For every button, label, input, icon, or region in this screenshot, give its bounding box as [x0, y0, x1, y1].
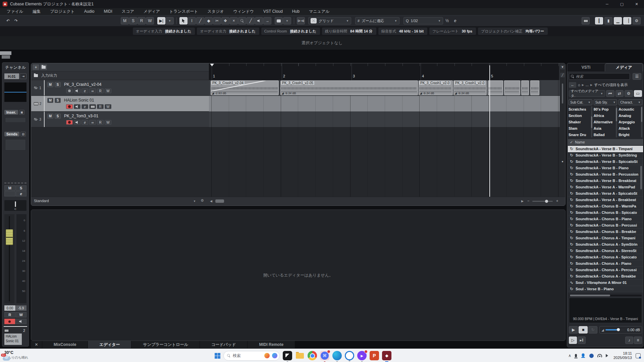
taskbar-file-explorer[interactable] [295, 351, 305, 360]
project-cursor-line[interactable] [489, 65, 490, 197]
zone-setup-gear-icon[interactable]: ⚙ [633, 17, 641, 24]
menu-item[interactable]: ウィンドウ [229, 8, 259, 15]
ruler-options-icon[interactable]: ▼ [560, 65, 565, 69]
maximize-button[interactable]: ▢ [614, 0, 629, 8]
media-list-item[interactable]: SoundtrackA - Chorus B - Piano [568, 216, 643, 222]
filter-item[interactable]: Arpeggio [619, 119, 640, 125]
track-name[interactable]: HALion Sonic 01 [64, 98, 94, 103]
quantize-dropdown[interactable]: Q 1/32 ▼ [404, 17, 443, 24]
track-read-button[interactable]: R [97, 120, 104, 125]
line-tool-icon[interactable]: ╱ [247, 17, 255, 24]
menu-item[interactable]: トランスポート [165, 8, 203, 15]
lower-zone-toggle-icon[interactable]: ▁ [614, 17, 622, 24]
track-stereo-icon[interactable]: ∞ [89, 120, 96, 125]
undo-icon[interactable]: ↶ [4, 17, 12, 24]
weather-widget[interactable]: 9+ 30°C くもりのち晴れ [2, 350, 28, 360]
event-volume[interactable]: ◢ -2.93 dB [212, 92, 226, 95]
draw-tool-icon[interactable]: ╱ [196, 17, 204, 24]
substyle-dropdown[interactable]: Sub Sty.▼ [594, 99, 618, 105]
track-edit-button[interactable]: e [82, 120, 88, 125]
track-header-1[interactable]: 1 M S PK_3_Crash1_v2-04 e ∞ R W [31, 80, 209, 96]
filter-scrollbar[interactable] [641, 106, 642, 137]
zoom-dot-icon[interactable]: ● [560, 159, 565, 164]
people-icon[interactable]: 👤 [581, 353, 586, 358]
media-search-box[interactable] [569, 73, 630, 80]
track-header-3[interactable]: 3 M S PK_2_Tom3_v3-01 e ∞ R W [31, 112, 209, 127]
scroll-right-icon[interactable]: ▶ [521, 199, 524, 203]
media-list-item[interactable]: SoundtrackA - Chorus A - StereoSt [568, 248, 643, 254]
reset-filters-icon[interactable]: ⏮ [606, 90, 614, 97]
channel-output-icon[interactable]: ⇥ [20, 73, 26, 79]
search-input[interactable] [576, 74, 623, 78]
track-record-button[interactable] [66, 88, 73, 93]
track-settings-gear-icon[interactable]: ⚙ [201, 198, 204, 203]
audio-event-small[interactable] [504, 80, 520, 95]
track-solo-button[interactable]: S [55, 98, 61, 103]
preview-volume-slider[interactable] [605, 329, 625, 330]
breadcrumb-ellipsis[interactable]: ... [586, 83, 589, 87]
filter-item[interactable]: Section [569, 113, 590, 119]
channel-name-badge[interactable]: H.01 [4, 73, 19, 79]
track-write-button[interactable]: W [105, 120, 111, 125]
inserts-bypass-icon[interactable]: ▣ [19, 110, 24, 115]
media-list-item[interactable]: SoundtrackA - Verse B - Piano [568, 165, 643, 171]
sends-section[interactable]: Sends ▤ [4, 132, 26, 136]
menu-item[interactable]: スコア [117, 8, 139, 15]
align-beats-icon[interactable]: ▸‖ [578, 337, 586, 344]
menu-item[interactable]: マニュアル [304, 8, 334, 15]
media-list-item[interactable]: SoundtrackA - Verse B - SpiccatoSt [568, 159, 643, 165]
grid-type-dropdown[interactable]: # ズームに適応 ▼ [355, 17, 399, 24]
media-list-item[interactable]: SoundtrackA - Chorus A - Breakbe [568, 273, 643, 280]
use-track-preset-button[interactable] [40, 64, 47, 70]
track-stereo-icon[interactable]: ∞ [89, 88, 96, 93]
subcategory-dropdown[interactable]: Sub Cat.▼ [569, 99, 592, 105]
taskbar-app-purple[interactable]: ▶ [357, 351, 367, 360]
fader-handle[interactable] [6, 229, 13, 245]
start-button[interactable] [215, 353, 220, 359]
zoom-tool-icon[interactable] [238, 17, 246, 24]
snap-type-dropdown[interactable]: ⤫ グリッド ▼ [308, 17, 351, 24]
scroll-left-icon[interactable]: ◀ [210, 199, 212, 203]
channel-read-button[interactable]: R [4, 312, 15, 317]
inserts-section[interactable]: Inser. ▣ [4, 110, 24, 115]
channel-monitor-button[interactable] [15, 319, 27, 324]
media-list-item[interactable]: SoundtrackA - Chorus A - Timpani [568, 235, 643, 241]
media-list-item[interactable]: SoundtrackA - Verse A - SpiccatoSt [568, 190, 643, 197]
track-header-2-selected[interactable]: 2 M S HALion Sonic 01 e R W [31, 96, 209, 112]
solo-all-button[interactable]: S [129, 17, 137, 24]
autoscroll-dropdown-icon[interactable]: ▼ [166, 17, 174, 24]
filter-item[interactable]: Scratches [569, 106, 590, 113]
track-name[interactable]: PK_2_Tom3_v3-01 [64, 114, 98, 118]
pan-control[interactable]: C [4, 200, 26, 211]
breadcrumb-label[interactable]: すべての項目を表示 [594, 82, 628, 87]
zoom-in-icon[interactable]: + [556, 199, 558, 203]
comment-dropdown-icon[interactable]: ▼ [283, 17, 291, 24]
play-in-key-icon[interactable]: ♪ [625, 337, 633, 344]
lower-zone-tab[interactable]: サンプラーコントロール [131, 341, 200, 348]
channel-solo-button[interactable]: S [16, 185, 27, 191]
volume-value[interactable]: 0.00 [4, 305, 15, 311]
event-volume[interactable]: ◢ -9.34 dB [281, 92, 296, 95]
onedrive-icon[interactable] [589, 354, 594, 358]
redo-icon[interactable]: ↷ [12, 17, 20, 24]
filter-item[interactable]: Snare Dru [569, 132, 590, 137]
close-button[interactable]: ✕ [629, 0, 644, 8]
track-read-button[interactable]: R [97, 88, 104, 93]
media-list-item[interactable]: SoundtrackA - Verse B - Percussion [568, 171, 643, 178]
track-record-button[interactable] [66, 104, 73, 109]
timeline-lane-2-selected[interactable] [209, 96, 560, 112]
media-list-item[interactable]: SoundtrackA - Verse A - Breakbeat [568, 197, 643, 203]
timeline-ruler[interactable]: 12345 [209, 63, 560, 80]
volume-icon[interactable] [606, 354, 610, 357]
channel-mute-button[interactable]: M [4, 185, 15, 191]
timeline-lane-3[interactable] [209, 112, 560, 127]
microphone-icon[interactable] [575, 354, 577, 357]
media-list-item[interactable]: SoundtrackA - Chorus B - Percussi [568, 222, 643, 229]
onscreen-keyboard-icon[interactable] [582, 17, 590, 24]
zoom-slider-knob[interactable] [545, 200, 548, 203]
right-zone-toggle-icon[interactable]: ▕ [623, 17, 631, 24]
filter-item[interactable]: Africa [594, 113, 615, 119]
results-list-view-icon[interactable]: ☰ [633, 73, 641, 80]
track-mute-button[interactable]: M [47, 114, 53, 119]
menu-item[interactable]: Audio [79, 8, 99, 15]
